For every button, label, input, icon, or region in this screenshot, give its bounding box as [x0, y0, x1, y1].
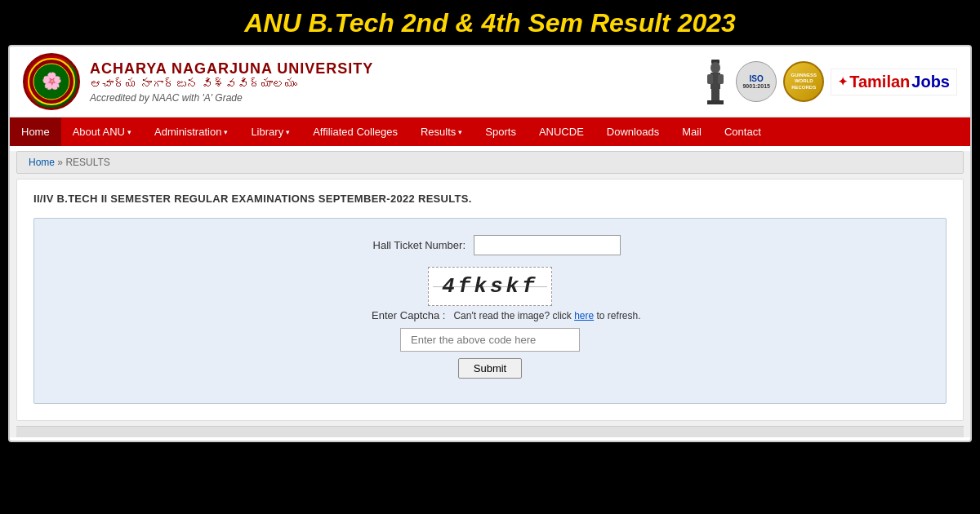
form-inner: Hall Ticket Number: 4fkskf Enter Captcha…	[33, 218, 947, 404]
statue-icon	[701, 60, 729, 104]
univ-name-english: ACHARYA NAGARJUNA UNIVERSITY	[90, 60, 373, 78]
form-wrapper: II/IV B.TECH II SEMESTER REGULAR EXAMINA…	[16, 179, 964, 421]
svg-rect-10	[707, 100, 724, 104]
nav-affiliated-colleges[interactable]: Affiliated Colleges	[301, 117, 409, 146]
svg-rect-9	[715, 89, 719, 101]
nav-administration[interactable]: Administration ▾	[143, 117, 239, 146]
svg-rect-8	[711, 89, 715, 101]
tamilan-text: Tamilan	[849, 73, 910, 91]
breadcrumb-separator: »	[57, 157, 63, 168]
nav-results[interactable]: Results ▾	[409, 117, 474, 146]
navigation-bar: Home About ANU ▾ Administration ▾ Librar…	[10, 117, 970, 146]
site-header: 🌸 ACHARYA NAGARJUNA UNIVERSITY ఆచార్య నా…	[10, 47, 970, 117]
nav-admin-arrow: ▾	[224, 128, 228, 136]
hall-ticket-row: Hall Ticket Number:	[51, 235, 929, 255]
svg-rect-7	[718, 74, 724, 84]
nav-anucde[interactable]: ANUCDE	[528, 117, 595, 146]
header-right: ISO 9001:2015 GUINNESSWORLDRECORDS ✦ Tam…	[701, 60, 957, 104]
submit-button[interactable]: Submit	[458, 358, 522, 379]
tamilan-jobs-logo: ✦ TamilanJobs	[831, 69, 957, 95]
captcha-section: 4fkskf Enter Captcha : Can't read the im…	[51, 267, 929, 379]
svg-rect-6	[707, 74, 713, 84]
jobs-text: Jobs	[911, 73, 950, 91]
nav-downloads[interactable]: Downloads	[595, 117, 670, 146]
enter-captcha-label: Enter Captcha :	[339, 309, 445, 321]
nav-mail[interactable]: Mail	[670, 117, 713, 146]
accreditation-text: Accredited by NAAC with 'A' Grade	[90, 92, 373, 104]
nav-library-arrow: ▾	[286, 128, 290, 136]
iso-badge: ISO 9001:2015	[736, 61, 777, 102]
site-wrapper: 🌸 ACHARYA NAGARJUNA UNIVERSITY ఆచార్య నా…	[8, 45, 972, 442]
hall-ticket-input[interactable]	[474, 235, 621, 255]
header-left: 🌸 ACHARYA NAGARJUNA UNIVERSITY ఆచార్య నా…	[23, 53, 373, 110]
hall-ticket-label: Hall Ticket Number:	[359, 239, 466, 251]
captcha-input[interactable]	[400, 328, 580, 352]
svg-text:🌸: 🌸	[42, 71, 62, 91]
svg-point-4	[710, 62, 720, 73]
nav-results-arrow: ▾	[458, 128, 462, 136]
university-name: ACHARYA NAGARJUNA UNIVERSITY ఆచార్య నాగా…	[90, 60, 373, 104]
bottom-bar	[16, 426, 964, 437]
nav-home[interactable]: Home	[10, 117, 61, 146]
guinness-badge: GUINNESSWORLDRECORDS	[783, 61, 824, 102]
univ-name-telugu: ఆచార్య నాగార్జున విశ్వవిద్యాలయం	[90, 78, 373, 91]
nav-contact[interactable]: Contact	[713, 117, 773, 146]
nav-sports[interactable]: Sports	[474, 117, 528, 146]
nav-library[interactable]: Library ▾	[239, 117, 301, 146]
captcha-hint-text: Can't read the image? click here to refr…	[453, 310, 640, 321]
nav-about-anu[interactable]: About ANU ▾	[61, 117, 143, 146]
breadcrumb-home[interactable]: Home	[29, 157, 55, 168]
breadcrumb: Home » RESULTS	[16, 151, 964, 174]
exam-title: II/IV B.TECH II SEMESTER REGULAR EXAMINA…	[33, 193, 947, 205]
captcha-image: 4fkskf	[428, 267, 552, 306]
captcha-hint-row: Enter Captcha : Can't read the image? cl…	[339, 309, 640, 321]
page-title: ANU B.Tech 2nd & 4th Sem Result 2023	[0, 8, 980, 38]
university-logo: 🌸	[23, 53, 80, 110]
title-bar: ANU B.Tech 2nd & 4th Sem Result 2023	[0, 0, 980, 45]
captcha-refresh-link[interactable]: here	[574, 310, 594, 321]
nav-about-anu-arrow: ▾	[127, 128, 131, 136]
breadcrumb-current: RESULTS	[65, 157, 109, 168]
content-area: Home » RESULTS II/IV B.TECH II SEMESTER …	[10, 151, 970, 437]
